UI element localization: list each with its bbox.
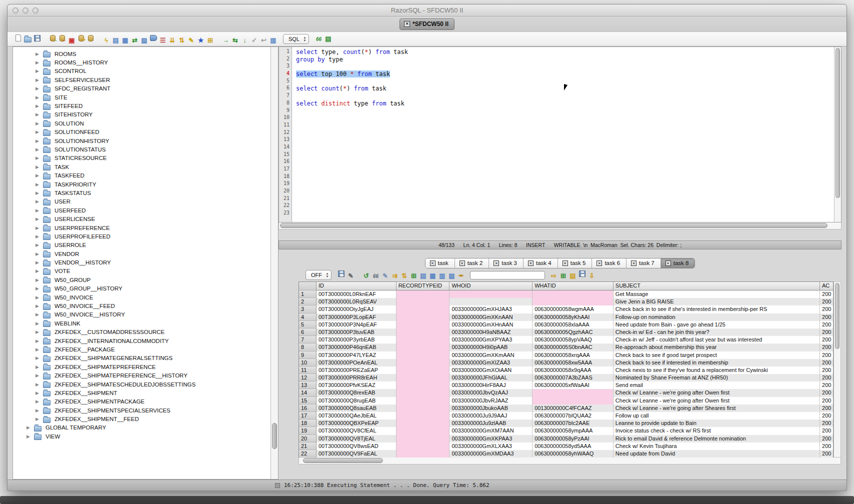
table-cell-ac[interactable]: 200 bbox=[820, 336, 833, 344]
table-cell-subject[interactable]: Check back to see if interested in membe… bbox=[614, 359, 820, 366]
row-number-cell[interactable]: 8 bbox=[299, 344, 316, 351]
disclosure-triangle-icon[interactable]: ▶ bbox=[34, 95, 40, 100]
results-tab-task-5[interactable]: ✕task 5 bbox=[558, 258, 592, 268]
table-cell-ac[interactable]: 200 bbox=[820, 389, 833, 396]
document-tab[interactable]: ✕ *SFDCW50 II bbox=[400, 18, 454, 30]
table-cell-whoid[interactable]: 0033000000GmXPYAA3 bbox=[450, 336, 532, 344]
table-row[interactable]: 400T3000000P3LopEAF0033000000GmXKnAAN006… bbox=[299, 314, 833, 321]
table-cell-id[interactable]: 00T3000000PRR8rEAH bbox=[316, 374, 396, 382]
table-cell-recordtypeid[interactable] bbox=[396, 442, 450, 450]
table-hscrollbar-thumb[interactable] bbox=[303, 458, 383, 463]
close-tab-icon[interactable]: ✕ bbox=[494, 260, 499, 266]
code-line[interactable] bbox=[296, 108, 834, 115]
table-cell-id[interactable]: 00T3000000P47LYEAZ bbox=[316, 352, 396, 359]
tree-item-sitefeed[interactable]: ▶SITEFEED bbox=[13, 102, 278, 110]
row-number-cell[interactable]: 16 bbox=[299, 404, 316, 412]
tree-item-taskfeed[interactable]: ▶TASKFEED bbox=[13, 171, 278, 180]
table-row[interactable]: 700T3000000P3yrbEAB0033000000GmXPYAA3006… bbox=[299, 336, 833, 344]
tree-item-zkfedex__shipment__feed[interactable]: ▶ZKFEDEX__SHIPMENT__FEED bbox=[13, 414, 278, 423]
disclosure-triangle-icon[interactable]: ▶ bbox=[34, 226, 40, 230]
row-number-cell[interactable]: 17 bbox=[299, 412, 316, 420]
column-header-recordtypeid[interactable]: RECORDTYPEID bbox=[396, 282, 450, 290]
download-icon[interactable]: ⇩ bbox=[587, 272, 596, 280]
tree-item-site[interactable]: ▶SITE bbox=[13, 93, 278, 102]
describe-results-icon[interactable]: ▤ bbox=[418, 272, 428, 280]
open-file-icon[interactable] bbox=[24, 37, 32, 42]
table-cell-whatid[interactable]: 00630000005S0bnAAC bbox=[532, 344, 614, 351]
table-cell-ac[interactable]: 200 bbox=[820, 366, 833, 374]
table-cell-whatid[interactable]: 006300000058ympAAA bbox=[532, 427, 614, 434]
disclosure-triangle-icon[interactable]: ▶ bbox=[34, 156, 40, 160]
table-cell-id[interactable]: 00T3000000QV9FaEAL bbox=[316, 450, 396, 458]
refresh-pages-icon[interactable]: ⇄ bbox=[130, 36, 140, 45]
disclosure-triangle-icon[interactable]: ▶ bbox=[34, 138, 40, 144]
table-row[interactable]: 2100T3000000QV8wsEAD0033000000GmXLXAA300… bbox=[299, 442, 833, 450]
code-line[interactable] bbox=[296, 202, 834, 210]
new-window-icon[interactable]: ▦ bbox=[428, 272, 438, 280]
table-cell-whatid[interactable] bbox=[532, 389, 614, 396]
table-cell-subject[interactable]: Check w/ Leanne - we're going after Owen… bbox=[614, 397, 820, 404]
table-cell-whatid[interactable]: 00630000007bIc2AAE bbox=[532, 420, 614, 427]
results-tab-task-3[interactable]: ✕task 3 bbox=[489, 258, 524, 268]
tree-item-zkfedex__customaddresssource[interactable]: ▶ZKFEDEX__CUSTOMADDRESSSOURCE bbox=[13, 328, 278, 336]
table-cell-whoid[interactable] bbox=[450, 298, 532, 306]
column-header-whatid[interactable]: WHATID bbox=[532, 282, 614, 290]
tree-item-global temporary[interactable]: ▶GLOBAL TEMPORARY bbox=[13, 424, 278, 432]
edit-doc-icon[interactable]: ▧ bbox=[140, 36, 149, 45]
table-cell-whatid[interactable]: 006300000058yd5AAA bbox=[532, 442, 614, 450]
close-window-button[interactable] bbox=[12, 8, 18, 14]
database-icon[interactable] bbox=[88, 35, 94, 42]
disclosure-triangle-icon[interactable]: ▶ bbox=[26, 434, 31, 439]
table-cell-subject[interactable]: Need update from Bain - gave go ahead 1/… bbox=[614, 321, 820, 328]
tree-item-zkfedex__package[interactable]: ▶ZKFEDEX__PACKAGE bbox=[13, 345, 278, 354]
table-cell-recordtypeid[interactable] bbox=[396, 450, 450, 458]
table-cell-whatid[interactable]: 006300000058yKhAAI bbox=[532, 314, 614, 321]
table-cell-whatid[interactable]: 0013000000C4fFCAAZ bbox=[532, 404, 614, 412]
disclosure-triangle-icon[interactable]: ▶ bbox=[34, 199, 40, 204]
table-cell-id[interactable]: 00T3000000POeAnEAL bbox=[316, 359, 396, 366]
reconnect-icon[interactable]: ▣ bbox=[67, 36, 76, 45]
table-cell-whatid[interactable]: 006300000058xrqAAA bbox=[532, 352, 614, 359]
editor-scrollbar-thumb[interactable] bbox=[836, 48, 840, 198]
table-cell-whatid[interactable]: 006300000058ypVAAQ bbox=[532, 336, 614, 344]
undo-icon[interactable]: ↩ bbox=[259, 36, 268, 45]
table-cell-recordtypeid[interactable] bbox=[396, 344, 450, 351]
code-line[interactable] bbox=[296, 188, 834, 196]
table-cell-whatid[interactable]: 00630000005xfWaAAI bbox=[532, 382, 614, 389]
list-icon[interactable]: ☰ bbox=[158, 36, 168, 45]
table-cell-subject[interactable]: Check back in to see if she's interested… bbox=[614, 306, 820, 313]
disclosure-triangle-icon[interactable]: ▶ bbox=[34, 68, 40, 74]
table-cell-whoid[interactable]: 0033000000GmXM7AAN bbox=[450, 427, 532, 434]
table-cell-recordtypeid[interactable] bbox=[396, 321, 450, 328]
table-cell-subject[interactable]: Check w/ Leanne - we're going after Shea… bbox=[614, 404, 820, 412]
tree-item-zkfedex__shipmentspecialservices[interactable]: ▶ZKFEDEX__SHIPMENTSPECIALSERVICES bbox=[13, 406, 278, 414]
disclosure-triangle-icon[interactable]: ▶ bbox=[34, 242, 40, 248]
search-glasses-icon[interactable]: 66 bbox=[371, 272, 380, 281]
table-row[interactable]: 1900T3000000QV8CfEAL0033000000GmXM7AAN00… bbox=[299, 427, 833, 434]
sql-code-area[interactable]: select type, count(*) from taskgroup by … bbox=[292, 47, 834, 222]
table-cell-ac[interactable]: 200 bbox=[820, 359, 833, 366]
table-cell-recordtypeid[interactable] bbox=[396, 298, 450, 306]
code-line[interactable] bbox=[296, 92, 834, 100]
table-row[interactable]: 1200T3000000PRR8rEAH0033000000JFhGlAAL00… bbox=[299, 374, 833, 382]
tree-item-userpreference[interactable]: ▶USERPREFERENCE bbox=[13, 224, 278, 232]
tree-item-zkfedex__shipment[interactable]: ▶ZKFEDEX__SHIPMENT bbox=[13, 388, 278, 397]
table-cell-recordtypeid[interactable] bbox=[396, 336, 450, 344]
tree-item-scontrol[interactable]: ▶SCONTROL bbox=[13, 67, 278, 76]
tree-item-zkfedex__internationalcommodity[interactable]: ▶ZKFEDEX__INTERNATIONALCOMMODITY bbox=[13, 336, 278, 345]
tree-item-userfeed[interactable]: ▶USERFEED bbox=[13, 206, 278, 214]
tree-item-zkfedex__shipmentpackage[interactable]: ▶ZKFEDEX__SHIPMENTPACKAGE bbox=[13, 398, 278, 406]
table-cell-whoid[interactable]: 0033000000HirF8AAJ bbox=[450, 382, 532, 389]
query-builder-icon[interactable]: ⊞ bbox=[206, 36, 215, 45]
tree-item-userlicense[interactable]: ▶USERLICENSE bbox=[13, 214, 278, 223]
code-line[interactable] bbox=[296, 63, 834, 70]
filter-pencil-icon[interactable]: ✎ bbox=[346, 272, 356, 280]
results-tab-task-6[interactable]: ✕task 6 bbox=[592, 258, 626, 268]
table-cell-whoid[interactable]: 0033000000GmXKmAAN bbox=[450, 352, 532, 359]
tree-vertical-scrollbar[interactable] bbox=[270, 47, 278, 479]
book-icon[interactable] bbox=[150, 35, 157, 41]
table-cell-subject[interactable]: Follow-up on nomination bbox=[614, 314, 820, 321]
tree-item-weblink[interactable]: ▶WEBLINK bbox=[13, 319, 278, 328]
table-cell-subject[interactable]: Check w/ Leanne - we're going after Owen… bbox=[614, 389, 820, 396]
table-cell-subject[interactable]: Check-in w/ Jeff - couldn't afford last … bbox=[614, 336, 820, 344]
